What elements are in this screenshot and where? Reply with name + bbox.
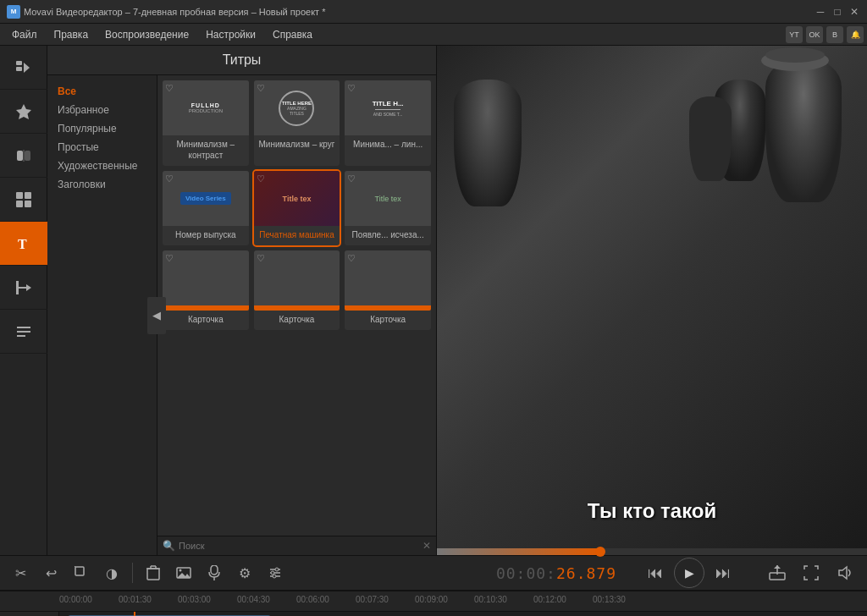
fav-button-1[interactable]: ♡: [165, 83, 174, 94]
fullscreen-icon: [803, 565, 819, 580]
maximize-button[interactable]: □: [831, 6, 843, 18]
volume-button[interactable]: [830, 558, 860, 588]
category-all[interactable]: Все: [47, 82, 157, 101]
tracks-area[interactable]: ★ Djentlm... Djentlmeny_udachi_480.r...: [59, 612, 867, 616]
svg-point-35: [273, 575, 276, 578]
timecode-display: 00:00:26.879: [496, 564, 616, 582]
svg-marker-2: [24, 63, 30, 73]
preview-progress-bar[interactable]: [437, 548, 867, 555]
svg-rect-28: [211, 565, 218, 575]
titles-grid: ♡ FULLHD PRODUCTION Минимализм – контрас…: [157, 75, 436, 536]
effects-tool-button[interactable]: [0, 90, 47, 134]
notification-icon[interactable]: 🔔: [847, 26, 864, 43]
svg-rect-7: [16, 192, 23, 199]
import-icon: [14, 58, 33, 77]
prev-frame-button[interactable]: ⏮: [640, 558, 671, 588]
title-card-9[interactable]: ♡ Карточка: [345, 250, 431, 330]
youtube-icon[interactable]: YT: [786, 26, 803, 43]
fav-button-5[interactable]: ♡: [257, 173, 265, 184]
volume-icon: [837, 565, 853, 580]
svg-rect-16: [17, 331, 30, 333]
timecode-text: 00:00:26.879: [496, 564, 616, 582]
insert-image-button[interactable]: [170, 559, 197, 586]
ruler-mark-3: 00:04:30: [237, 595, 270, 604]
title-label-appear: Появле... исчеза...: [345, 226, 431, 245]
panel-prev-button[interactable]: ◀: [147, 297, 166, 334]
insert-image-icon: [176, 567, 191, 579]
logo-icon: M: [7, 5, 20, 19]
category-headlines[interactable]: Заголовки: [47, 175, 157, 194]
title-label-9: Карточка: [345, 311, 431, 330]
stickers-tool-button[interactable]: [0, 310, 47, 354]
category-simple[interactable]: Простые: [47, 138, 157, 157]
menu-file[interactable]: Файл: [3, 26, 46, 43]
crop-button[interactable]: [68, 559, 95, 586]
title-thumb-7: ♡: [163, 250, 249, 305]
timeline: 00:00:00 00:01:30 00:03:00 00:04:30 00:0…: [0, 591, 867, 616]
title-thumb-9: ♡: [345, 250, 431, 305]
fav-button-2[interactable]: ♡: [257, 83, 265, 94]
category-popular[interactable]: Популярные: [47, 119, 157, 138]
title-card-min-contrast[interactable]: ♡ FULLHD PRODUCTION Минимализм – контрас…: [163, 80, 249, 166]
record-icon: [208, 565, 220, 580]
progress-thumb[interactable]: [595, 547, 605, 557]
categories-list: Все Избранное Популярные Простые Художес…: [47, 75, 157, 555]
title-card-8[interactable]: ♡ Карточка: [254, 250, 340, 330]
cut-button[interactable]: ✂: [7, 559, 34, 586]
fav-button-7[interactable]: ♡: [165, 253, 174, 264]
next-frame-button[interactable]: ⏭: [708, 558, 738, 588]
main-area: T Титры Все Избранное Популярные: [0, 46, 867, 555]
record-button[interactable]: [201, 559, 228, 586]
svg-marker-39: [839, 567, 847, 579]
title-card-appear[interactable]: ♡ Title tex Появле... исчеза...: [345, 171, 431, 245]
export-button[interactable]: [762, 558, 792, 588]
ruler-mark-9: 00:13:30: [593, 595, 626, 604]
undo-button[interactable]: ↩: [37, 559, 64, 586]
title-card-issue[interactable]: ♡ Video Series Номер выпуска: [163, 171, 249, 245]
title-thumb-min-circle: ♡ TITLE HERE AMAZING TITLES: [254, 80, 340, 135]
app-title: Movavi Видеоредактор – 7-дневная пробная…: [24, 7, 325, 17]
blogger-icon[interactable]: B: [826, 26, 843, 43]
title-label-min-contrast: Минимализм – контраст: [163, 135, 249, 166]
minimize-button[interactable]: ─: [815, 6, 826, 18]
color-tool-button[interactable]: [0, 134, 47, 178]
fav-button-9[interactable]: ♡: [347, 253, 356, 264]
close-button[interactable]: ✕: [848, 6, 860, 18]
title-card-typewriter[interactable]: ♡ Title tex Печатная машинка: [254, 171, 340, 245]
category-favorites[interactable]: Избранное: [47, 101, 157, 119]
color-adjust-button[interactable]: ◑: [98, 559, 125, 586]
search-clear-icon[interactable]: ✕: [422, 540, 431, 552]
title-card-min-circle[interactable]: ♡ TITLE HERE AMAZING TITLES Минимализм –…: [254, 80, 340, 166]
import-tool-button[interactable]: [0, 46, 47, 90]
title-card-min-line[interactable]: ♡ TITLE H... AND SOME T... Минима... – л…: [345, 80, 431, 166]
title-thumb-8: ♡: [254, 250, 340, 305]
settings-button[interactable]: ⚙: [231, 559, 258, 586]
category-artistic[interactable]: Художественные: [47, 157, 157, 175]
playhead[interactable]: [134, 612, 135, 616]
title-thumb-appear: ♡ Title tex: [345, 171, 431, 226]
delete-button[interactable]: [140, 559, 167, 586]
social-icons: YT OK B 🔔: [786, 26, 864, 43]
fav-button-3[interactable]: ♡: [347, 83, 356, 94]
play-button[interactable]: ▶: [674, 558, 704, 588]
fullscreen-button[interactable]: [796, 558, 826, 588]
fav-button-8[interactable]: ♡: [257, 253, 265, 264]
odnoklassniki-icon[interactable]: OK: [806, 26, 823, 43]
fav-button-6[interactable]: ♡: [347, 173, 356, 184]
menu-settings[interactable]: Настройки: [197, 26, 264, 43]
svg-rect-9: [16, 201, 23, 207]
title-card-7[interactable]: ♡ Карточка: [163, 250, 249, 330]
fav-button-4[interactable]: ♡: [165, 173, 174, 184]
search-input[interactable]: [179, 541, 419, 551]
transitions-tool-button[interactable]: [0, 266, 47, 310]
title-label-min-line: Минима... – лин...: [345, 135, 431, 155]
menu-playback[interactable]: Воспроизведение: [97, 26, 197, 43]
titles-tool-button[interactable]: T: [0, 222, 47, 266]
clips-tool-button[interactable]: [0, 178, 47, 222]
title-label-7: Карточка: [163, 311, 249, 330]
ruler-mark-0: 00:00:00: [59, 595, 92, 604]
eq-button[interactable]: [262, 559, 289, 586]
menu-edit[interactable]: Правка: [46, 26, 97, 43]
timecode-normal: 00:00:: [496, 564, 556, 582]
menu-help[interactable]: Справка: [264, 26, 321, 43]
